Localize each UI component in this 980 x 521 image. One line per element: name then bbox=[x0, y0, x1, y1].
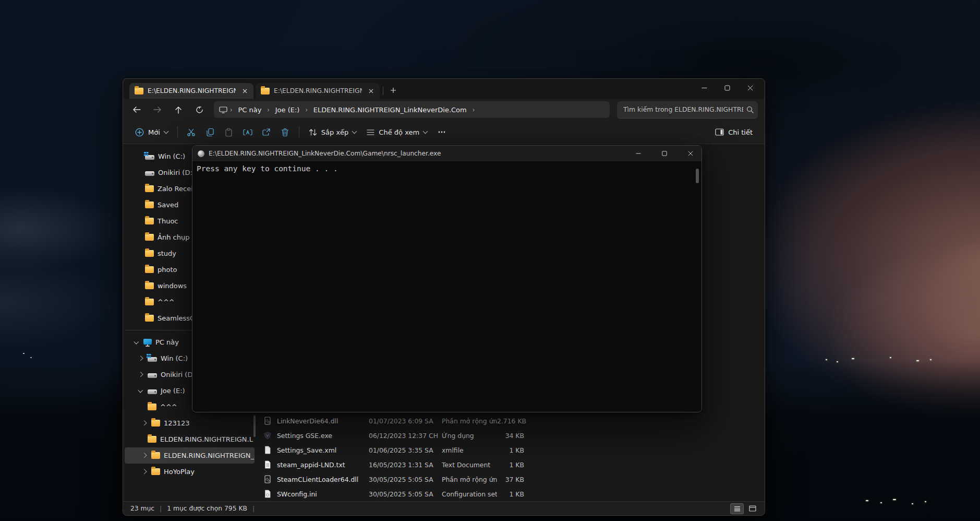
breadcrumb-item-folder[interactable]: ELDEN.RING.NIGHTREIGN_LinkNeverDie.Com bbox=[310, 105, 470, 115]
expand-chevron-icon[interactable] bbox=[140, 468, 148, 476]
rename-button[interactable] bbox=[239, 124, 257, 140]
view-button[interactable]: Chế độ xem bbox=[362, 124, 432, 140]
status-separator: | bbox=[160, 505, 162, 512]
file-row[interactable]: SteamCLientLoader64.dll 30/05/2025 5:05 … bbox=[256, 472, 765, 487]
tab-separator bbox=[383, 87, 383, 95]
minimize-button[interactable] bbox=[693, 79, 716, 97]
expand-chevron-icon[interactable] bbox=[132, 339, 140, 346]
city-light bbox=[866, 500, 868, 501]
tree-item-label: HoYoPlay bbox=[164, 468, 195, 476]
file-type: Phần mở rộng ứn... bbox=[442, 417, 497, 425]
explorer-tab-active[interactable]: E:\ELDEN.RING.NIGHTREIGN_L bbox=[129, 83, 253, 99]
expand-chevron-icon[interactable] bbox=[137, 387, 144, 395]
breadcrumb[interactable]: › PC này › Joe (E:) › ELDEN.RING.NIGHTRE… bbox=[214, 101, 610, 118]
city-light bbox=[912, 503, 913, 504]
breadcrumb-item-pc[interactable]: PC này bbox=[235, 105, 264, 115]
folder-icon bbox=[148, 404, 156, 410]
breadcrumb-chevron: › bbox=[265, 105, 271, 114]
ellipsis-icon bbox=[438, 131, 445, 133]
folder-icon bbox=[145, 299, 154, 305]
sidebar-scrollbar-thumb[interactable] bbox=[253, 415, 256, 437]
status-bar: 23 mục | 1 mục được chọn 795 KB | bbox=[123, 501, 765, 515]
windows-logo-icon bbox=[147, 354, 149, 356]
sort-button[interactable]: Sắp xếp bbox=[304, 124, 361, 140]
console-maximize-button[interactable] bbox=[654, 146, 675, 161]
explorer-tab-inactive[interactable]: E:\ELDEN.RING.NIGHTREIGN.LN bbox=[256, 83, 380, 99]
folder-icon bbox=[148, 436, 156, 443]
toolbar-separator bbox=[299, 126, 299, 138]
tree-item-elden-ring-selected[interactable]: ELDEN.RING.NIGHTREIGN_L bbox=[125, 447, 255, 464]
tree-item-hoyoplay[interactable]: HoYoPlay bbox=[125, 464, 255, 480]
file-date: 06/12/2023 12:37 CH bbox=[369, 432, 442, 440]
tab-label: E:\ELDEN.RING.NIGHTREIGN.LN bbox=[274, 87, 362, 94]
console-title-bar[interactable]: E:\ELDEN.RING.NIGHTREIGN_LinkNeverDie.Co… bbox=[192, 146, 701, 161]
details-pane-button[interactable]: Chi tiết bbox=[710, 124, 757, 140]
maximize-button[interactable] bbox=[716, 79, 739, 97]
console-title-text: E:\ELDEN.RING.NIGHTREIGN_LinkNeverDie.Co… bbox=[209, 150, 623, 157]
file-row[interactable]: Settings GSE.exe 06/12/2023 12:37 CH Ứng… bbox=[256, 428, 765, 443]
search-box[interactable]: Tìm kiếm trong ELDEN.RING.NIGHTRE bbox=[617, 101, 758, 119]
delete-button[interactable] bbox=[276, 124, 294, 140]
new-button[interactable]: Mới bbox=[130, 124, 173, 140]
share-button[interactable] bbox=[258, 124, 275, 140]
console-close-button[interactable] bbox=[680, 146, 701, 161]
file-size: 1 KB bbox=[497, 490, 524, 498]
drive-icon bbox=[145, 171, 154, 176]
folder-icon bbox=[145, 218, 154, 224]
console-window: E:\ELDEN.RING.NIGHTREIGN_LinkNeverDie.Co… bbox=[192, 145, 702, 412]
tree-item-123123[interactable]: 123123 bbox=[125, 415, 255, 431]
toolbar-separator bbox=[177, 126, 178, 138]
file-row[interactable]: Settings_Save.xml 01/06/2025 3:35 SA xml… bbox=[256, 443, 765, 457]
file-row[interactable]: SWconfig.ini 30/05/2025 5:05 SA Configur… bbox=[256, 487, 765, 501]
console-app-icon bbox=[198, 150, 204, 157]
cut-button[interactable] bbox=[183, 124, 200, 140]
thumbnail-view-button[interactable] bbox=[746, 503, 759, 514]
file-name: steam_appid-LND.txt bbox=[274, 461, 369, 469]
refresh-button[interactable] bbox=[190, 101, 209, 118]
view-button-label: Chế độ xem bbox=[379, 128, 419, 136]
file-name: Settings_Save.xml bbox=[274, 446, 369, 454]
search-placeholder: Tìm kiếm trong ELDEN.RING.NIGHTRE bbox=[623, 105, 743, 113]
tree-item-label: 123123 bbox=[164, 419, 190, 427]
forward-button[interactable] bbox=[148, 101, 167, 118]
console-output-area[interactable]: Press any key to continue . . . bbox=[192, 161, 701, 412]
tab-close-icon[interactable] bbox=[240, 86, 249, 96]
expand-chevron-icon[interactable] bbox=[140, 452, 148, 459]
expand-chevron-icon[interactable] bbox=[140, 420, 148, 427]
window-caption-buttons bbox=[693, 79, 761, 97]
folder-icon bbox=[145, 234, 154, 241]
folder-icon bbox=[145, 315, 154, 322]
breadcrumb-item-drive[interactable]: Joe (E:) bbox=[272, 105, 303, 115]
file-row[interactable]: LinkNeverDie64.dll 01/07/2023 6:09 SA Ph… bbox=[256, 413, 765, 428]
more-options-button[interactable] bbox=[433, 124, 451, 140]
tree-item-label: ELDEN.RING.NIGHTREIGN.L bbox=[160, 435, 253, 443]
folder-icon bbox=[145, 282, 154, 289]
up-button[interactable] bbox=[169, 101, 188, 118]
console-minimize-button[interactable] bbox=[627, 146, 649, 161]
file-name: Settings GSE.exe bbox=[274, 432, 369, 440]
cut-icon bbox=[187, 128, 196, 137]
console-scrollbar-thumb[interactable] bbox=[696, 169, 699, 183]
tree-item-elden-ring-1[interactable]: ELDEN.RING.NIGHTREIGN.L bbox=[125, 431, 255, 447]
city-light bbox=[890, 357, 891, 358]
tab-close-icon[interactable] bbox=[366, 86, 376, 96]
expand-chevron-icon[interactable] bbox=[137, 355, 144, 362]
file-name: SteamCLientLoader64.dll bbox=[274, 476, 369, 483]
trash-icon bbox=[281, 128, 289, 137]
paste-button[interactable] bbox=[220, 124, 238, 140]
close-button[interactable] bbox=[739, 79, 761, 97]
monitor-icon bbox=[143, 339, 152, 345]
expand-chevron-icon[interactable] bbox=[137, 371, 144, 378]
copy-button[interactable] bbox=[201, 124, 219, 140]
new-tab-button[interactable] bbox=[385, 83, 401, 98]
details-view-button[interactable] bbox=[730, 503, 744, 514]
console-output-text: Press any key to continue . . . bbox=[197, 164, 338, 173]
tree-item-label: Joe (E:) bbox=[161, 387, 185, 395]
item-count: 23 mục bbox=[130, 505, 154, 512]
back-button[interactable] bbox=[127, 101, 146, 118]
file-row[interactable]: steam_appid-LND.txt 16/05/2023 1:31 SA T… bbox=[256, 457, 765, 472]
tab-label: E:\ELDEN.RING.NIGHTREIGN_L bbox=[148, 87, 236, 94]
ini-file-icon bbox=[263, 490, 272, 498]
txt-file-icon bbox=[263, 460, 272, 469]
exe-file-icon bbox=[263, 431, 272, 440]
